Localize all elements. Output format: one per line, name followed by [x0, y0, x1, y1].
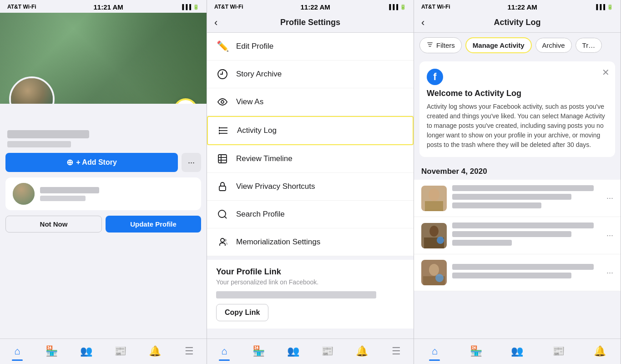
manage-activity-label: Manage Activity — [473, 41, 525, 49]
settings-divider — [207, 256, 414, 260]
profile-info-area — [0, 126, 207, 153]
settings-item-view-as[interactable]: View As — [207, 88, 414, 116]
activity-thumb-1 — [421, 186, 447, 211]
tab-groups-2[interactable]: 👥 — [276, 345, 310, 357]
activity-item-3[interactable]: ··· — [414, 254, 621, 291]
tab-menu-2[interactable]: ☰ — [379, 345, 414, 357]
blur-line — [452, 185, 594, 191]
tab-bell-3[interactable]: 🔔 — [579, 345, 621, 357]
tab-home-2[interactable]: ⌂ — [207, 345, 242, 357]
time-3: 11:22 AM — [507, 3, 537, 11]
tab-news-2[interactable]: 📰 — [310, 345, 345, 357]
profile-link-url-blur — [216, 291, 376, 298]
welcome-body: Activity log shows your Facebook activit… — [427, 102, 608, 150]
activity-item-2[interactable]: ··· — [414, 217, 621, 254]
nav-bar-activity: ‹ Activity Log — [414, 13, 621, 33]
activity-more-2[interactable]: ··· — [606, 231, 613, 240]
settings-item-story-archive[interactable]: Story Archive — [207, 61, 414, 88]
blur-line — [452, 240, 512, 246]
tab-menu-1[interactable]: ☰ — [172, 345, 207, 357]
activity-text-3 — [452, 264, 601, 281]
activity-more-1[interactable]: ··· — [606, 193, 613, 203]
activity-log-icon — [217, 124, 230, 137]
settings-list: ✏️ Edit Profile Story Archive View As — [207, 33, 414, 339]
review-timeline-icon — [216, 152, 229, 165]
filters-row: Filters Manage Activity Archive Tr… — [414, 33, 621, 58]
svg-rect-12 — [219, 186, 226, 191]
bell-icon-3: 🔔 — [594, 345, 606, 357]
home-icon-3: ⌂ — [432, 345, 438, 357]
panel-profile: AT&T Wi-Fi 11:21 AM ▐▐▐ 🔋 ··· ⊕ + Add S — [0, 0, 207, 364]
settings-item-review-timeline[interactable]: Review Timeline — [207, 145, 414, 173]
back-button-activity[interactable]: ‹ — [421, 17, 424, 29]
news-icon-1: 📰 — [114, 345, 126, 357]
battery-icon-3: 🔋 — [607, 4, 613, 10]
carrier-3: AT&T Wi-Fi — [421, 4, 450, 10]
search-profile-label: Search Profile — [236, 210, 285, 219]
svg-point-25 — [429, 226, 439, 237]
suggestion-card — [5, 177, 201, 210]
welcome-title: Welcome to Activity Log — [427, 89, 608, 98]
activity-more-3[interactable]: ··· — [606, 268, 613, 278]
more-small-button[interactable]: ··· — [182, 153, 201, 172]
suggestion-avatar — [13, 183, 35, 205]
review-timeline-label: Review Timeline — [236, 154, 293, 163]
filter-chip-trash[interactable]: Tr… — [576, 38, 602, 53]
settings-item-memorialization[interactable]: Memorialization Settings — [207, 228, 414, 256]
tab-home-3[interactable]: ⌂ — [414, 345, 455, 357]
svg-point-31 — [435, 274, 444, 282]
settings-item-search-profile[interactable]: Search Profile — [207, 201, 414, 228]
tab-store-2[interactable]: 🏪 — [242, 345, 276, 357]
suggestion-wrapper: Not Now Update Profile — [0, 177, 207, 238]
settings-title: Profile Settings — [280, 18, 340, 27]
settings-item-activity-log[interactable]: Activity Log — [207, 116, 414, 145]
svg-line-14 — [225, 217, 227, 218]
edit-profile-label: Edit Profile — [236, 42, 273, 51]
back-button-settings[interactable]: ‹ — [214, 17, 217, 29]
svg-point-1 — [221, 101, 224, 103]
update-profile-button[interactable]: Update Profile — [106, 216, 201, 233]
nav-bar-settings: ‹ Profile Settings — [207, 13, 414, 33]
not-now-button[interactable]: Not Now — [5, 216, 102, 233]
time-2: 11:22 AM — [300, 3, 330, 11]
add-story-button[interactable]: ⊕ + Add Story — [5, 153, 178, 172]
settings-item-view-privacy[interactable]: View Privacy Shortcuts — [207, 173, 414, 201]
active-indicator-3 — [429, 359, 440, 361]
tab-home-1[interactable]: ⌂ — [0, 345, 35, 357]
store-icon-3: 🏪 — [470, 345, 482, 357]
tab-news-1[interactable]: 📰 — [103, 345, 138, 357]
profile-photo-container — [9, 76, 55, 104]
welcome-card: ✕ f Welcome to Activity Log Activity log… — [419, 61, 615, 157]
tab-news-3[interactable]: 📰 — [538, 345, 579, 357]
filter-chip-filters[interactable]: Filters — [419, 37, 462, 53]
menu-icon-2: ☰ — [392, 345, 401, 357]
signal-icon-2: ▐▐▐ — [388, 4, 398, 10]
svg-point-13 — [218, 210, 226, 217]
close-welcome-button[interactable]: ✕ — [602, 67, 610, 78]
filter-chip-manage-activity[interactable]: Manage Activity — [465, 37, 532, 53]
tab-groups-3[interactable]: 👥 — [497, 345, 538, 357]
menu-icon-1: ☰ — [185, 345, 194, 357]
status-bar-1: AT&T Wi-Fi 11:21 AM ▐▐▐ 🔋 — [0, 0, 207, 13]
action-row: ⊕ + Add Story ··· — [0, 153, 207, 177]
view-as-label: View As — [236, 97, 263, 106]
activity-item-1[interactable]: ··· — [414, 180, 621, 217]
tab-store-3[interactable]: 🏪 — [455, 345, 497, 357]
copy-link-button[interactable]: Copy Link — [216, 304, 268, 321]
tab-bell-2[interactable]: 🔔 — [345, 345, 379, 357]
archive-label: Archive — [542, 41, 565, 49]
filter-chip-archive[interactable]: Archive — [535, 38, 572, 53]
svg-point-15 — [221, 238, 224, 242]
blur-line — [452, 231, 571, 237]
tab-bell-1[interactable]: 🔔 — [138, 345, 172, 357]
carrier-1: AT&T Wi-Fi — [7, 4, 36, 10]
tab-groups-1[interactable]: 👥 — [69, 345, 103, 357]
search-icon — [216, 208, 229, 221]
signal-icon-3: ▐▐▐ — [595, 4, 605, 10]
settings-item-edit-profile[interactable]: ✏️ Edit Profile — [207, 33, 414, 61]
profile-link-title: Your Profile Link — [216, 267, 404, 277]
tab-store-1[interactable]: 🏪 — [35, 345, 69, 357]
profile-link-section: Your Profile Link Your personalized link… — [207, 260, 414, 329]
news-icon-2: 📰 — [321, 345, 333, 357]
profile-sub-blur — [7, 141, 71, 147]
